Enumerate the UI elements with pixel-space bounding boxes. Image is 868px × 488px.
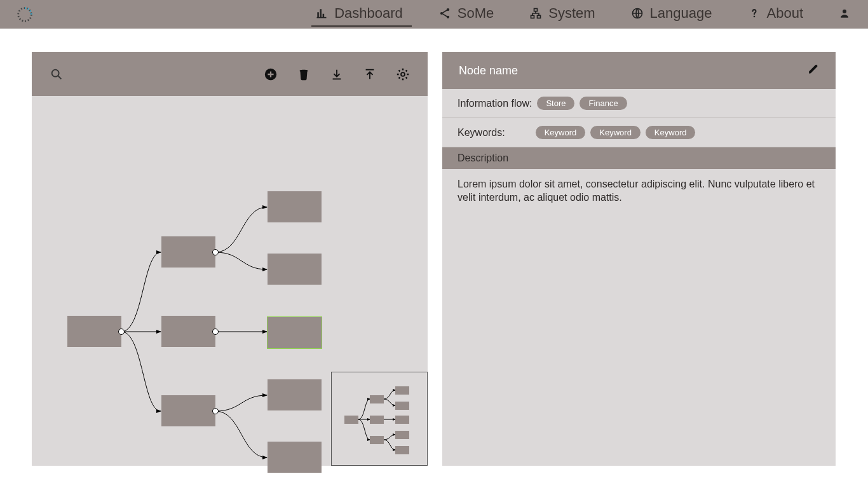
upload-button[interactable] <box>363 67 377 81</box>
node-port[interactable] <box>118 329 125 335</box>
svg-rect-4 <box>534 9 538 11</box>
svg-point-9 <box>843 10 846 13</box>
keyword-tag[interactable]: Keyword <box>590 126 641 139</box>
graph-node[interactable] <box>67 316 121 347</box>
info-flow-tag[interactable]: Store <box>537 97 574 110</box>
detail-header: Node name <box>442 52 836 89</box>
top-nav: Dashboard SoMe System Language About <box>0 0 868 29</box>
minimap-node <box>370 436 384 444</box>
plus-circle-icon <box>264 67 278 81</box>
info-flow-label: Information flow: <box>458 98 532 109</box>
question-icon <box>748 7 761 20</box>
nav-dashboard[interactable]: Dashboard <box>315 0 403 29</box>
graph-node[interactable] <box>268 191 322 222</box>
nav-language[interactable]: Language <box>631 0 712 29</box>
node-port[interactable] <box>212 329 219 335</box>
graph-node[interactable] <box>161 316 215 347</box>
nav-system[interactable]: System <box>529 0 595 29</box>
detail-title: Node name <box>459 64 518 78</box>
description-body: Lorem ipsum dolor sit amet, consectetur … <box>442 169 836 214</box>
svg-point-10 <box>52 69 59 76</box>
keyword-tag[interactable]: Keyword <box>536 126 586 139</box>
user-menu[interactable] <box>839 8 850 22</box>
minimap-node <box>370 416 384 424</box>
info-flow-tag[interactable]: Finance <box>580 97 627 110</box>
minimap-node <box>395 386 409 395</box>
nav-label: System <box>548 5 595 22</box>
node-port[interactable] <box>212 249 219 255</box>
svg-point-0 <box>18 8 32 21</box>
share-icon <box>438 7 451 20</box>
app-logo <box>15 5 34 24</box>
graph-node[interactable] <box>161 236 215 268</box>
detail-panel: Node name Information flow: Store Financ… <box>442 52 836 466</box>
search-icon <box>50 67 64 81</box>
graph-node[interactable] <box>268 254 322 285</box>
minimap[interactable] <box>331 372 428 466</box>
minimap-node <box>395 446 409 454</box>
add-node-button[interactable] <box>264 67 278 81</box>
minimap-node <box>370 395 384 403</box>
nav-label: About <box>767 5 804 22</box>
keywords-label: Keywords: <box>458 127 505 139</box>
svg-point-12 <box>401 72 405 76</box>
trash-icon <box>297 67 311 81</box>
graph-canvas[interactable] <box>32 96 428 466</box>
keyword-tag[interactable]: Keyword <box>646 126 696 139</box>
delete-button[interactable] <box>297 67 311 81</box>
svg-rect-6 <box>538 15 541 18</box>
globe-icon <box>631 7 644 20</box>
upload-icon <box>363 67 377 81</box>
graph-toolbar <box>32 52 428 96</box>
nav-about[interactable]: About <box>748 0 804 29</box>
graph-node-selected[interactable] <box>268 317 322 348</box>
gear-icon <box>396 67 410 81</box>
bar-chart-icon <box>315 7 328 20</box>
edit-button[interactable] <box>808 64 819 78</box>
download-button[interactable] <box>330 67 344 81</box>
graph-node[interactable] <box>268 442 322 473</box>
settings-button[interactable] <box>396 67 410 81</box>
graph-panel <box>32 52 428 466</box>
keywords-row: Keywords: Keyword Keyword Keyword <box>442 118 836 147</box>
description-label: Description <box>442 147 836 169</box>
nav-label: SoMe <box>458 5 494 22</box>
graph-node[interactable] <box>268 379 322 410</box>
minimap-node <box>395 431 409 439</box>
hierarchy-icon <box>529 7 542 20</box>
minimap-node <box>344 416 358 424</box>
info-flow-row: Information flow: Store Finance <box>442 89 836 118</box>
minimap-node <box>395 402 409 410</box>
nav-label: Dashboard <box>334 5 403 22</box>
search-button[interactable] <box>50 67 64 81</box>
pencil-icon <box>808 64 819 75</box>
minimap-node <box>395 416 409 424</box>
nav-label: Language <box>650 5 712 22</box>
nav-some[interactable]: SoMe <box>438 0 494 29</box>
node-port[interactable] <box>212 408 219 414</box>
svg-rect-5 <box>531 15 534 18</box>
graph-node[interactable] <box>161 395 215 426</box>
svg-point-8 <box>753 16 755 18</box>
download-icon <box>330 67 344 81</box>
